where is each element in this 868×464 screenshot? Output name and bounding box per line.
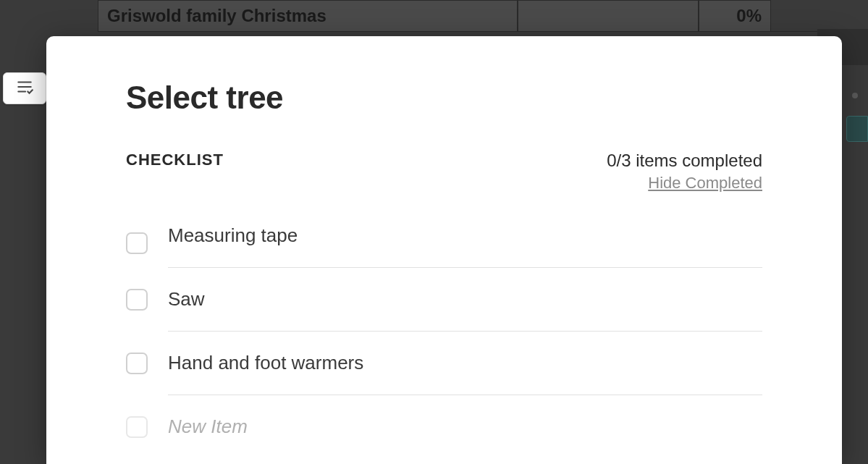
checklist-item-text[interactable]: Saw (168, 288, 205, 310)
checkbox[interactable] (126, 353, 148, 374)
checklist-items: Measuring tape Saw Hand and foot warmers… (126, 219, 762, 458)
task-title: Select tree (126, 80, 762, 116)
checklist-item: Saw (126, 268, 762, 332)
checkbox[interactable] (126, 289, 148, 311)
project-percent: 0% (736, 6, 762, 26)
checklist-item-text[interactable]: Hand and foot warmers (168, 352, 363, 374)
checklist-meta: 0/3 items completed Hide Completed (607, 151, 762, 193)
checklist-item-text[interactable]: Measuring tape (168, 224, 298, 246)
checkbox[interactable] (126, 416, 148, 438)
background-row: Griswold family Christmas 0% (0, 0, 868, 32)
checkbox[interactable] (126, 232, 148, 254)
project-title: Griswold family Christmas (107, 6, 326, 26)
checklist-new-item: New Item (126, 395, 762, 458)
bg-dot (852, 93, 858, 98)
project-title-cell: Griswold family Christmas (98, 0, 518, 32)
task-detail-modal: Select tree CHECKLIST 0/3 items complete… (46, 36, 842, 464)
hide-completed-link[interactable]: Hide Completed (648, 174, 762, 193)
checklist-item: Measuring tape (126, 219, 762, 268)
checklist-header: CHECKLIST 0/3 items completed Hide Compl… (126, 151, 762, 193)
items-completed-count: 0/3 items completed (607, 151, 762, 171)
project-percent-cell: 0% (699, 0, 771, 32)
bg-badge (846, 116, 868, 142)
bg-cell-mid (518, 0, 699, 32)
checklist-section-label: CHECKLIST (126, 151, 224, 169)
checklist-icon (15, 77, 34, 99)
bg-cell-empty (0, 0, 98, 32)
checklist-side-tab[interactable] (3, 72, 46, 104)
checklist-item: Hand and foot warmers (126, 332, 762, 395)
new-item-input[interactable]: New Item (168, 416, 248, 437)
